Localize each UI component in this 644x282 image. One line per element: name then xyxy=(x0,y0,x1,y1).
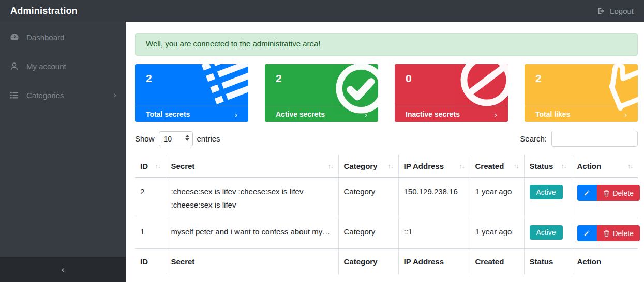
pencil-icon xyxy=(583,190,590,196)
stat-card-total-likes: 2 Total likes xyxy=(525,64,638,122)
stat-card-link[interactable]: Inactive secrets xyxy=(395,106,508,122)
sidebar-item-label: Categories xyxy=(26,91,64,100)
cell-id: 2 xyxy=(135,178,166,218)
sort-icon xyxy=(328,163,333,170)
trash-icon xyxy=(603,190,610,197)
stat-value: 0 xyxy=(395,64,508,85)
chevron-right-icon xyxy=(235,110,237,119)
sidebar-collapse-button[interactable] xyxy=(0,257,126,282)
cell-ip: 150.129.238.16 xyxy=(398,178,470,218)
cell-created: 1 year ago xyxy=(470,178,524,218)
cell-category: Category xyxy=(338,178,398,218)
success-alert: Well, you are connected to the administr… xyxy=(135,33,638,56)
stat-value: 2 xyxy=(525,64,638,85)
sort-icon xyxy=(627,163,633,170)
cell-created: 1 year ago xyxy=(470,218,524,249)
list-icon xyxy=(9,90,21,100)
column-header-id[interactable]: ID xyxy=(135,155,166,178)
footer-header-id: ID xyxy=(135,248,166,274)
table-controls: Show 10 entries Search: xyxy=(135,131,638,147)
stat-label: Inactive secrets xyxy=(406,110,460,118)
table-footer-row: ID Secret Category IP Address Created St… xyxy=(135,248,638,274)
stat-card-link[interactable]: Total likes xyxy=(525,106,638,122)
cell-ip: ::1 xyxy=(398,218,470,249)
footer-header-category: Category xyxy=(338,248,398,274)
chevron-right-icon xyxy=(365,110,367,119)
show-label: Show xyxy=(135,134,155,143)
delete-button[interactable]: Delete xyxy=(597,185,640,201)
column-header-ip[interactable]: IP Address xyxy=(398,155,470,178)
sort-icon xyxy=(155,163,160,170)
status-active-button[interactable]: Active xyxy=(530,225,563,240)
pencil-icon xyxy=(583,230,590,237)
sign-out-icon xyxy=(597,7,606,15)
cell-category: Category xyxy=(338,218,398,249)
sidebar-item-my-account[interactable]: My account xyxy=(0,52,126,81)
stat-label: Active secrets xyxy=(276,110,325,118)
search-input[interactable] xyxy=(551,131,638,147)
search-label: Search: xyxy=(520,134,547,143)
stat-card-inactive-secrets: 0 Inactive secrets xyxy=(395,64,508,122)
logout-button[interactable]: Logout xyxy=(597,7,634,15)
stat-cards-row: 2 Total secrets 2 Active secrets 0 Inact… xyxy=(135,64,638,122)
sort-icon xyxy=(459,163,465,170)
stat-value: 2 xyxy=(135,64,248,85)
chevron-right-icon xyxy=(113,90,116,100)
chevron-right-icon xyxy=(624,110,627,119)
cell-id: 1 xyxy=(135,218,166,249)
column-header-category[interactable]: Category xyxy=(338,155,398,178)
trash-icon xyxy=(603,230,610,237)
sort-icon xyxy=(514,163,519,170)
column-header-action[interactable]: Action xyxy=(572,155,638,178)
sidebar-item-label: Dashboard xyxy=(26,33,64,42)
footer-header-action: Action xyxy=(572,248,638,274)
user-icon xyxy=(9,61,21,71)
secrets-table: ID Secret Category IP Address Created St… xyxy=(135,155,638,274)
main-content: Well, you are connected to the administr… xyxy=(126,22,644,282)
column-header-status[interactable]: Status xyxy=(524,155,572,178)
stat-value: 2 xyxy=(265,64,378,85)
footer-header-created: Created xyxy=(470,248,524,274)
logout-label: Logout xyxy=(610,7,634,15)
table-header-row: ID Secret Category IP Address Created St… xyxy=(135,155,638,178)
stat-label: Total secrets xyxy=(146,110,190,118)
sort-icon xyxy=(561,163,566,170)
sidebar-item-categories[interactable]: Categories xyxy=(0,81,126,109)
column-header-created[interactable]: Created xyxy=(470,155,524,178)
table-row: 2 :cheese:sex is lifev :cheese:sex is li… xyxy=(135,178,638,218)
stat-card-link[interactable]: Active secrets xyxy=(265,106,378,122)
stat-card-link[interactable]: Total secrets xyxy=(135,106,248,122)
footer-header-status: Status xyxy=(524,248,572,274)
footer-header-secret: Secret xyxy=(166,248,338,274)
table-row: 1 myself peter and i want to confess abo… xyxy=(135,218,638,249)
stat-card-active-secrets: 2 Active secrets xyxy=(265,64,378,122)
status-active-button[interactable]: Active xyxy=(530,185,563,199)
chevron-right-icon xyxy=(495,110,497,119)
column-header-secret[interactable]: Secret xyxy=(166,155,338,178)
page-length-select[interactable]: 10 xyxy=(159,131,193,146)
stat-card-total-secrets: 2 Total secrets xyxy=(135,64,248,122)
sort-icon xyxy=(388,163,393,170)
sidebar-item-label: My account xyxy=(26,62,66,71)
cell-secret: :cheese:sex is lifev :cheese:sex is life… xyxy=(166,178,338,218)
edit-button[interactable] xyxy=(577,225,597,241)
footer-header-ip: IP Address xyxy=(398,248,470,274)
stat-label: Total likes xyxy=(535,110,570,118)
sidebar-item-dashboard[interactable]: Dashboard xyxy=(0,23,126,52)
top-navbar: Administration Logout xyxy=(0,0,644,22)
delete-button[interactable]: Delete xyxy=(597,225,640,241)
sidebar: Dashboard My account Categories xyxy=(0,22,126,282)
edit-button[interactable] xyxy=(577,185,597,201)
dashboard-gauge-icon xyxy=(9,32,21,42)
app-title: Administration xyxy=(10,6,78,17)
cell-secret: myself peter and i want to confess about… xyxy=(166,218,338,249)
entries-label: entries xyxy=(197,134,220,143)
